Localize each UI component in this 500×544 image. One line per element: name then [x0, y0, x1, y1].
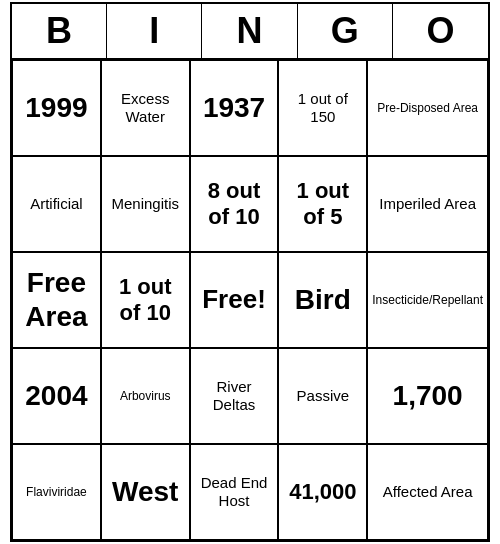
header-letter-B: B [12, 4, 107, 58]
bingo-cell-20: Flaviviridae [12, 444, 101, 540]
cell-text-14: Insecticide/Repellant [372, 293, 483, 307]
cell-text-7: 8 out of 10 [195, 178, 274, 231]
bingo-cell-3: 1 out of 150 [278, 60, 367, 156]
cell-text-9: Imperiled Area [379, 195, 476, 213]
cell-text-16: Arbovirus [120, 389, 171, 403]
bingo-cell-16: Arbovirus [101, 348, 190, 444]
bingo-card: BINGO 1999Excess Water19371 out of 150Pr… [10, 2, 490, 542]
bingo-grid: 1999Excess Water19371 out of 150Pre-Disp… [12, 60, 488, 540]
bingo-cell-4: Pre-Disposed Area [367, 60, 488, 156]
header-letter-N: N [202, 4, 297, 58]
header-letter-G: G [298, 4, 393, 58]
cell-text-15: 2004 [25, 379, 87, 413]
cell-text-23: 41,000 [289, 479, 356, 505]
bingo-cell-23: 41,000 [278, 444, 367, 540]
header-letter-I: I [107, 4, 202, 58]
bingo-cell-8: 1 out of 5 [278, 156, 367, 252]
cell-text-2: 1937 [203, 91, 265, 125]
bingo-cell-15: 2004 [12, 348, 101, 444]
bingo-cell-21: West [101, 444, 190, 540]
bingo-cell-24: Affected Area [367, 444, 488, 540]
cell-text-10: Free Area [17, 266, 96, 333]
cell-text-12: Free! [202, 284, 266, 315]
cell-text-21: West [112, 475, 178, 509]
cell-text-4: Pre-Disposed Area [377, 101, 478, 115]
bingo-cell-12: Free! [190, 252, 279, 348]
bingo-cell-9: Imperiled Area [367, 156, 488, 252]
bingo-header: BINGO [12, 4, 488, 60]
cell-text-17: River Deltas [195, 378, 274, 414]
bingo-cell-10: Free Area [12, 252, 101, 348]
cell-text-1: Excess Water [106, 90, 185, 126]
cell-text-19: 1,700 [393, 379, 463, 413]
bingo-cell-0: 1999 [12, 60, 101, 156]
bingo-cell-14: Insecticide/Repellant [367, 252, 488, 348]
cell-text-13: Bird [295, 283, 351, 317]
cell-text-8: 1 out of 5 [283, 178, 362, 231]
cell-text-3: 1 out of 150 [283, 90, 362, 126]
bingo-cell-5: Artificial [12, 156, 101, 252]
bingo-cell-6: Meningitis [101, 156, 190, 252]
bingo-cell-22: Dead End Host [190, 444, 279, 540]
cell-text-20: Flaviviridae [26, 485, 87, 499]
cell-text-11: 1 out of 10 [106, 274, 185, 327]
bingo-cell-13: Bird [278, 252, 367, 348]
bingo-cell-2: 1937 [190, 60, 279, 156]
cell-text-24: Affected Area [383, 483, 473, 501]
cell-text-0: 1999 [25, 91, 87, 125]
bingo-cell-11: 1 out of 10 [101, 252, 190, 348]
cell-text-18: Passive [297, 387, 350, 405]
cell-text-5: Artificial [30, 195, 83, 213]
header-letter-O: O [393, 4, 488, 58]
bingo-cell-1: Excess Water [101, 60, 190, 156]
bingo-cell-17: River Deltas [190, 348, 279, 444]
bingo-cell-19: 1,700 [367, 348, 488, 444]
bingo-cell-18: Passive [278, 348, 367, 444]
bingo-cell-7: 8 out of 10 [190, 156, 279, 252]
cell-text-22: Dead End Host [195, 474, 274, 510]
cell-text-6: Meningitis [111, 195, 179, 213]
